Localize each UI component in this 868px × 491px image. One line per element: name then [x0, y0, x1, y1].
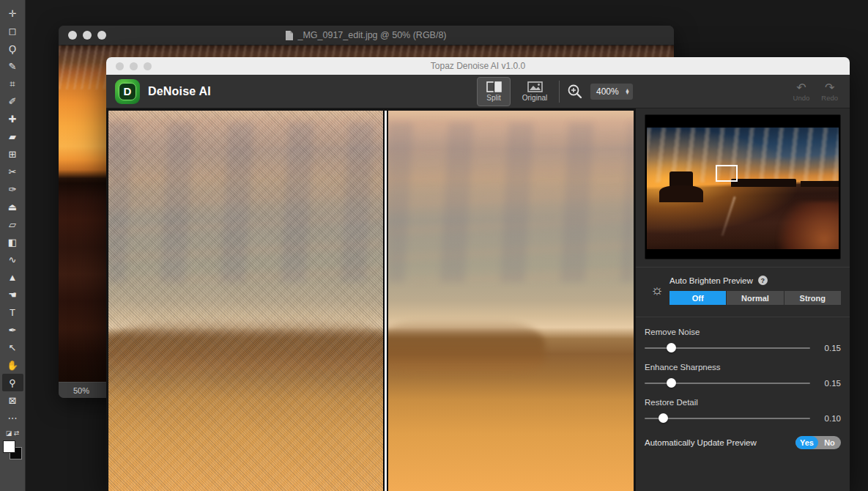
original-view-icon — [527, 81, 543, 92]
noise-overlay — [108, 111, 383, 491]
denoise-logo-icon: D — [115, 79, 140, 104]
tool-quick-selection-icon[interactable]: ✎ — [2, 57, 23, 75]
topaz-header: D DeNoise AI Split Original — [106, 75, 850, 108]
thumb-mesa — [731, 179, 796, 188]
auto-update-toggle[interactable]: YesNo — [795, 436, 841, 449]
update-preview-no[interactable]: No — [818, 436, 841, 449]
photoshop-titlebar[interactable]: _MG_0917_edit.jpg @ 50% (RGB/8) — [59, 26, 674, 45]
enhance-sharpness-slider-handle[interactable] — [667, 378, 676, 388]
enhance-sharpness-slider-track[interactable] — [645, 383, 810, 384]
thumbnail-image[interactable] — [647, 128, 839, 249]
original-view-button[interactable]: Original — [518, 77, 552, 106]
tool-move-icon[interactable]: ✛ — [2, 4, 23, 22]
zoom-stepper[interactable]: ▲▼ — [625, 89, 630, 95]
sliders-section: Remove Noise0.15Enhance Sharpness0.15Res… — [645, 328, 841, 423]
tool-dodge-icon[interactable]: ☚ — [2, 286, 23, 303]
enhance-sharpness-value: 0.15 — [810, 379, 841, 388]
history-controls: ↶ Undo ↷ Redo — [793, 75, 838, 108]
thumb-rocks — [774, 202, 839, 249]
document-zoom-level[interactable]: 50% — [73, 386, 89, 395]
tool-more-tools-icon[interactable]: ⋯ — [2, 409, 23, 427]
document-title: _MG_0917_edit.jpg @ 50% (RGB/8) — [59, 30, 674, 40]
preview-pane-noisy[interactable] — [108, 111, 383, 491]
view-controls: Split Original 400% ▲▼ — [477, 75, 633, 108]
tool-frame-icon[interactable]: ⊞ — [2, 145, 23, 163]
auto-update-label: Automatically Update Preview — [645, 438, 757, 447]
tool-crop-icon[interactable]: ⌗ — [2, 75, 23, 92]
brighten-option-strong[interactable]: Strong — [784, 291, 841, 305]
restore-detail-label: Restore Detail — [645, 398, 841, 407]
undo-icon: ↶ — [796, 82, 806, 94]
tool-healing-brush-icon[interactable]: ▰ — [2, 128, 23, 145]
help-icon[interactable]: ? — [758, 276, 768, 285]
tool-eyedropper-icon[interactable]: ✐ — [2, 92, 23, 110]
topaz-window-title: Topaz Denoise AI v1.0.0 — [106, 61, 850, 71]
brighten-option-normal[interactable]: Normal — [727, 291, 783, 305]
divider — [636, 267, 850, 267]
auto-update-row: Automatically Update Preview YesNo — [645, 436, 841, 449]
split-preview — [106, 108, 636, 491]
settings-panel: ☼ Auto Brighten Preview ? OffNormalStron… — [636, 108, 850, 491]
zoom-magnifier-icon[interactable] — [567, 84, 583, 100]
restore-detail-slider-block: Restore Detail0.10 — [645, 398, 841, 423]
cloud-streaks — [388, 122, 634, 282]
auto-brighten-segmented-control: OffNormalStrong — [669, 291, 841, 305]
preview-pane-denoised[interactable] — [388, 111, 634, 491]
tool-spot-healing-icon[interactable]: ✚ — [2, 110, 23, 128]
tool-artboard-icon[interactable]: ⊠ — [2, 391, 23, 409]
tool-direct-selection-icon[interactable]: ↖ — [2, 339, 23, 356]
tool-lasso-icon[interactable]: Ϙ — [2, 40, 23, 57]
topaz-denoise-window: Topaz Denoise AI v1.0.0 D DeNoise AI Spl… — [106, 57, 850, 491]
tool-marquee-icon[interactable]: ◻ — [2, 22, 23, 40]
tool-eraser-icon[interactable]: ▱ — [2, 215, 23, 233]
tool-hand-icon[interactable]: ✋ — [2, 356, 23, 374]
tool-smudge-icon[interactable]: ∿ — [2, 251, 23, 268]
brightness-sun-icon: ☼ — [645, 276, 669, 305]
zoom-level-value: 400% — [596, 86, 625, 97]
divider — [636, 317, 850, 317]
enhance-sharpness-label: Enhance Sharpness — [645, 363, 841, 372]
remove-noise-value: 0.15 — [810, 344, 841, 352]
redo-icon: ↷ — [825, 82, 834, 94]
remove-noise-slider-track[interactable] — [645, 347, 810, 349]
restore-detail-slider-track[interactable] — [645, 418, 810, 419]
foreground-color-swatch[interactable] — [3, 440, 15, 453]
logo-letter: D — [119, 83, 136, 100]
navigator-view-rect[interactable] — [716, 165, 738, 182]
swap-colors-icon[interactable]: ◪ ⇄ — [2, 428, 23, 438]
tool-clone-stamp-icon[interactable]: ⏏ — [2, 198, 23, 215]
thumb-road — [721, 196, 735, 237]
auto-brighten-section: ☼ Auto Brighten Preview ? OffNormalStron… — [645, 276, 841, 305]
redo-button[interactable]: ↷ Redo — [821, 82, 838, 102]
tool-scissors-icon[interactable]: ✂ — [2, 163, 23, 180]
split-divider-handle[interactable] — [383, 111, 388, 491]
brighten-option-off[interactable]: Off — [669, 291, 726, 305]
split-view-icon — [486, 81, 502, 92]
restore-detail-slider-handle[interactable] — [659, 413, 668, 423]
tool-pen-icon[interactable]: ✒ — [2, 321, 23, 339]
tool-zoom-icon[interactable]: ⚲ — [2, 374, 23, 391]
color-swatches[interactable] — [3, 440, 22, 459]
thumb-mesa-far — [801, 181, 839, 187]
remove-noise-label: Remove Noise — [645, 328, 841, 336]
divider — [559, 81, 560, 103]
thumb-butte — [669, 171, 692, 190]
split-view-button[interactable]: Split — [477, 77, 511, 106]
remove-noise-slider-handle[interactable] — [667, 343, 676, 352]
photoshop-toolbar: ✛◻Ϙ✎⌗✐✚▰⊞✂✑⏏▱◧∿▲☚T✒↖✋⚲⊠⋯◪ ⇄ — [0, 0, 26, 491]
file-icon — [286, 31, 293, 40]
tool-type-icon[interactable]: T — [2, 303, 23, 321]
tool-sharpen-icon[interactable]: ▲ — [2, 268, 23, 286]
restore-detail-value: 0.10 — [810, 414, 841, 423]
zoom-level-select[interactable]: 400% ▲▼ — [590, 84, 633, 100]
tool-gradient-icon[interactable]: ◧ — [2, 233, 23, 251]
tool-brush-icon[interactable]: ✑ — [2, 180, 23, 198]
undo-button[interactable]: ↶ Undo — [793, 82, 810, 102]
update-preview-yes[interactable]: Yes — [795, 436, 818, 449]
navigator-thumbnail[interactable] — [645, 114, 841, 259]
app-title: DeNoise AI — [148, 85, 211, 98]
topaz-titlebar[interactable]: Topaz Denoise AI v1.0.0 — [106, 57, 850, 75]
enhance-sharpness-slider-block: Enhance Sharpness0.15 — [645, 363, 841, 388]
remove-noise-slider-block: Remove Noise0.15 — [645, 328, 841, 352]
cloud-band — [388, 320, 545, 377]
